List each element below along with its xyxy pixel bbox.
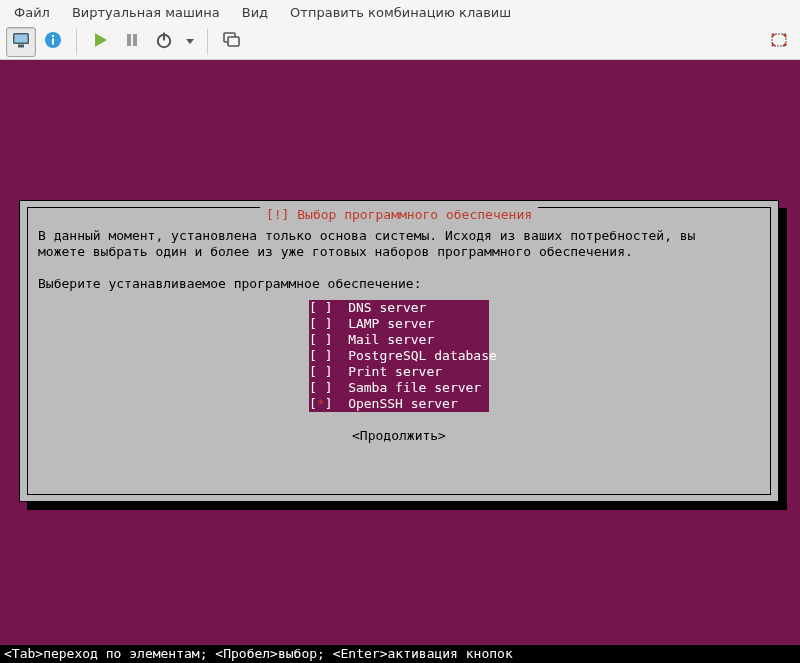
snapshot-button[interactable] — [216, 27, 246, 57]
info-icon — [43, 30, 63, 53]
svg-rect-10 — [163, 33, 165, 41]
installer-dialog: [!] Выбор программного обеспечения В дан… — [19, 200, 779, 502]
play-icon — [90, 30, 110, 53]
svg-marker-11 — [186, 39, 194, 44]
checklist-item[interactable]: [ ] Print server — [309, 364, 489, 380]
menu-file[interactable]: Файл — [4, 3, 60, 22]
svg-rect-2 — [18, 45, 24, 48]
chevron-down-icon — [185, 34, 195, 49]
svg-rect-13 — [228, 37, 239, 46]
power-icon — [154, 30, 174, 53]
checklist-label: PostgreSQL database — [348, 348, 497, 364]
svg-rect-5 — [52, 35, 54, 37]
dialog-paragraph: В данный момент, установлена только осно… — [38, 228, 760, 260]
power-dropdown[interactable] — [181, 27, 199, 57]
menu-sendkeys[interactable]: Отправить комбинацию клавиш — [280, 3, 521, 22]
svg-rect-1 — [15, 35, 28, 43]
continue-button[interactable]: <Продолжить> — [352, 428, 446, 443]
menubar: Файл Виртуальная машина Вид Отправить ко… — [0, 0, 800, 24]
vm-console[interactable]: [!] Выбор программного обеспечения В дан… — [0, 60, 800, 663]
svg-marker-17 — [772, 42, 776, 46]
svg-marker-16 — [782, 34, 786, 38]
fullscreen-icon — [769, 30, 789, 53]
pause-button[interactable] — [117, 27, 147, 57]
menu-vm[interactable]: Виртуальная машина — [62, 3, 230, 22]
checklist-item[interactable]: [ ] LAMP server — [309, 316, 489, 332]
checklist-item[interactable]: [ ] PostgreSQL database — [309, 348, 489, 364]
checklist-label: Mail server — [348, 332, 434, 348]
svg-marker-6 — [95, 33, 107, 47]
checklist-item[interactable]: [ ] DNS server — [309, 300, 489, 316]
toolbar — [0, 24, 800, 60]
checklist-label: Samba file server — [348, 380, 481, 396]
checklist-item[interactable]: [ ] Samba file server — [309, 380, 489, 396]
checklist-item[interactable]: [*] OpenSSH server — [309, 396, 489, 412]
checklist-label: OpenSSH server — [348, 396, 458, 412]
checklist-item[interactable]: [ ] Mail server — [309, 332, 489, 348]
svg-rect-7 — [127, 34, 131, 46]
dialog-border: [!] Выбор программного обеспечения В дан… — [27, 207, 771, 495]
play-button[interactable] — [85, 27, 115, 57]
svg-rect-8 — [133, 34, 137, 46]
dialog-box: [!] Выбор программного обеспечения В дан… — [19, 200, 779, 502]
checklist-label: DNS server — [348, 300, 426, 316]
checklist-label: LAMP server — [348, 316, 434, 332]
svg-marker-15 — [772, 34, 776, 38]
svg-rect-4 — [52, 39, 54, 45]
power-button[interactable] — [149, 27, 179, 57]
dialog-body: В данный момент, установлена только осно… — [38, 228, 760, 444]
menu-view[interactable]: Вид — [232, 3, 278, 22]
bottom-hint: <Tab>переход по элементам; <Пробел>выбор… — [0, 645, 800, 663]
pause-icon — [122, 30, 142, 53]
windows-icon — [221, 30, 241, 53]
monitor-icon — [11, 30, 31, 53]
dialog-prompt: Выберите устанавливаемое программное обе… — [38, 276, 760, 292]
info-button[interactable] — [38, 27, 68, 57]
software-checklist: [ ] DNS server [ ] LAMP server [ ] Mail … — [309, 300, 489, 412]
svg-marker-18 — [782, 42, 786, 46]
console-button[interactable] — [6, 27, 36, 57]
checklist-label: Print server — [348, 364, 442, 380]
dialog-title: [!] Выбор программного обеспечения — [260, 207, 538, 223]
fullscreen-button[interactable] — [764, 27, 794, 57]
